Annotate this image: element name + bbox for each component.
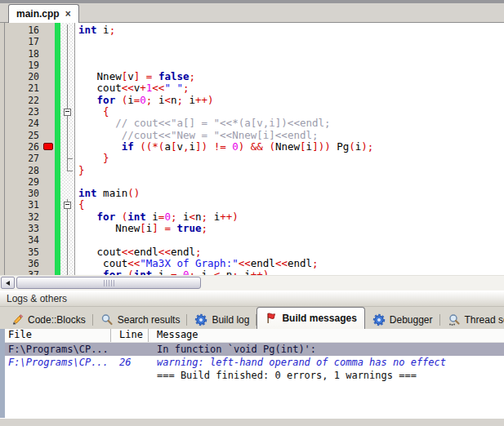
marker-margin[interactable] — [42, 141, 55, 153]
code-text[interactable]: cout<<"Ma3X of Graph:"<<endl<<endl; — [75, 258, 504, 269]
marker-margin[interactable] — [42, 211, 55, 223]
marker-margin[interactable] — [42, 258, 55, 269]
fold-toggle[interactable] — [60, 106, 75, 118]
code-text[interactable]: Nnew[v] = false; — [75, 71, 504, 82]
code-text[interactable]: int i; — [75, 24, 504, 36]
column-header-message[interactable]: Message — [149, 329, 504, 342]
message-line-cell — [111, 369, 149, 382]
marker-margin[interactable] — [42, 130, 55, 141]
token-kw: int — [78, 187, 97, 199]
token-op: ++) — [220, 211, 239, 223]
code-text[interactable]: for (i=0; i<n; i++) — [75, 95, 504, 106]
marker-margin[interactable] — [42, 36, 55, 47]
marker-margin[interactable] — [42, 246, 55, 258]
fold-toggle[interactable] — [60, 199, 75, 211]
marker-margin[interactable] — [42, 223, 55, 234]
marker-margin[interactable] — [42, 188, 55, 199]
logs-tab-build-log[interactable]: Build log — [187, 311, 256, 329]
logs-tab-search-results[interactable]: Search results — [93, 311, 188, 329]
code-line: 16int i; — [5, 24, 504, 36]
message-row[interactable]: === Build finished: 0 errors, 1 warnings… — [5, 369, 504, 382]
marker-margin[interactable] — [42, 269, 55, 275]
token-op: ( — [349, 140, 355, 153]
marker-margin[interactable] — [42, 165, 55, 176]
token-op: ]) — [195, 140, 207, 153]
message-row[interactable]: F:\Programs\CP...26warning: left-hand op… — [5, 356, 504, 369]
code-line: 35 cout<<endl<<endl; — [5, 246, 504, 258]
change-bar — [55, 176, 60, 188]
code-text[interactable]: cout<<endl<<endl; — [75, 246, 504, 258]
token-op: << — [275, 257, 288, 269]
editor-tab-main-cpp[interactable]: main.cpp × — [8, 4, 79, 23]
marker-margin[interactable] — [42, 106, 55, 118]
marker-margin[interactable] — [42, 199, 55, 211]
token-pl — [207, 140, 214, 153]
code-text[interactable] — [75, 60, 504, 71]
marker-margin[interactable] — [42, 153, 55, 164]
code-text[interactable] — [75, 36, 504, 47]
token-pl — [78, 129, 122, 141]
fold-margin-cell — [60, 141, 75, 153]
message-row[interactable]: F:\Programs\CP...In function `void Pg(in… — [5, 343, 504, 356]
token-op: ++) — [251, 268, 270, 275]
tab-label: Build log — [212, 314, 249, 326]
code-text[interactable] — [75, 48, 504, 60]
code-text[interactable]: Nnew[i] = true; — [75, 223, 504, 234]
editor-hscrollbar[interactable] — [0, 275, 504, 291]
code-text[interactable]: for (int i=0; i<n; i++) — [75, 211, 504, 223]
fold-line — [67, 36, 68, 47]
marker-margin[interactable] — [42, 118, 55, 129]
token-kw: int — [78, 24, 97, 36]
marker-margin[interactable] — [42, 234, 55, 246]
code-line: 21 cout<<v+1<<" "; — [5, 82, 504, 94]
marker-margin[interactable] — [42, 71, 55, 82]
token-kw: true — [176, 222, 201, 234]
line-number: 32 — [5, 211, 42, 223]
fold-margin-cell — [60, 176, 75, 188]
code-line: 26 if ((*(a[v,i]) != 0) && (Nnew[i])) Pg… — [5, 141, 504, 153]
line-number: 31 — [5, 199, 42, 211]
scroll-left-button[interactable] — [1, 277, 15, 289]
code-text[interactable]: } — [75, 153, 504, 164]
logs-tab-build-messages[interactable]: Build messages — [256, 307, 364, 329]
marker-margin[interactable] — [42, 82, 55, 94]
fold-collapse-icon[interactable] — [64, 109, 71, 116]
marker-margin[interactable] — [42, 24, 55, 36]
marker-margin[interactable] — [42, 95, 55, 106]
change-bar — [55, 130, 60, 141]
code-text[interactable]: if ((*(a[v,i]) != 0) && (Nnew[i])) Pg(i)… — [75, 141, 504, 153]
code-text[interactable]: cout<<v+1<<" "; — [75, 82, 504, 94]
logs-tab-thread-search[interactable]: Thread search — [440, 311, 504, 329]
fold-collapse-icon[interactable] — [64, 202, 71, 209]
marker-margin[interactable] — [42, 176, 55, 188]
token-op: ; — [190, 70, 196, 82]
column-header-file[interactable]: File — [5, 329, 111, 342]
scrollbar-thumb[interactable] — [16, 277, 201, 289]
line-number: 37 — [5, 269, 42, 275]
code-text[interactable]: //cout<<"New = "<<Nnew[i]<<endl; — [75, 130, 504, 141]
code-text[interactable]: for (int i = 0; i < n; i++) — [75, 269, 504, 275]
code-editor[interactable]: 16int i;17181920 Nnew[v] = false;21 cout… — [0, 23, 504, 275]
code-text[interactable] — [75, 176, 504, 188]
logs-tab-code-blocks[interactable]: Code::Blocks — [3, 311, 93, 329]
token-op: () — [127, 187, 140, 199]
code-text[interactable] — [75, 234, 504, 246]
fold-margin-cell — [60, 71, 75, 82]
column-header-line[interactable]: Line — [111, 329, 149, 342]
gear-icon — [194, 313, 207, 326]
code-text[interactable]: } — [75, 165, 504, 176]
fold-margin-cell — [60, 24, 75, 36]
message-file-cell: F:\Programs\CP... — [5, 343, 111, 356]
marker-margin[interactable] — [42, 48, 55, 60]
code-line: 25 //cout<<"New = "<<Nnew[i]<<endl; — [5, 130, 504, 141]
fold-line — [67, 24, 68, 36]
code-text[interactable]: // cout<<"a[] = "<<*(a[v,i])<<endl; — [75, 118, 504, 129]
marker-margin[interactable] — [42, 60, 55, 71]
code-text[interactable]: int main() — [75, 188, 504, 199]
code-text[interactable]: { — [75, 199, 504, 211]
logs-tab-debugger[interactable]: Debugger — [365, 311, 440, 329]
code-text[interactable]: { — [75, 106, 504, 118]
tab-close-icon[interactable]: × — [65, 8, 71, 20]
fold-margin-cell — [60, 165, 75, 176]
change-bar — [55, 188, 60, 199]
